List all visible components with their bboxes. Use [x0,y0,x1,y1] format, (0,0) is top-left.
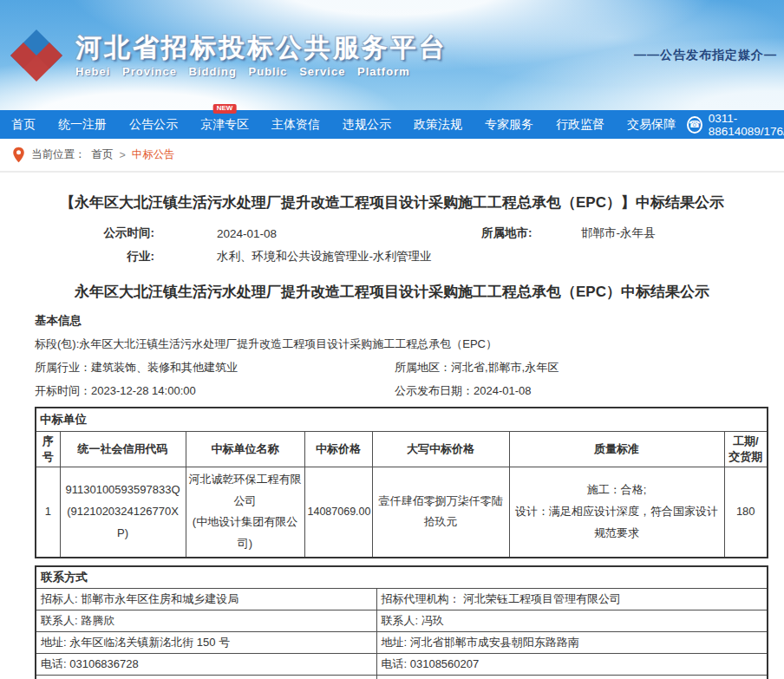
region-value: 邯郸市-永年县 [546,225,784,241]
phone-icon: ☎ [687,116,702,134]
basic-publish-date: 公示发布日期：2024-01-08 [395,383,784,399]
cell-name: 河北诚乾环保工程有限公司 (中地设计集团有限公司) [186,467,304,558]
publish-time-label: 公示时间: [35,225,154,241]
cell-price-caps: 壹仟肆佰零捌万柒仟零陆拾玖元 [372,467,509,558]
brand-text: 河北省招标投标公共服务平台 Hebei Province Bidding Pub… [75,33,448,78]
basic-industry: 所属行业：建筑装饰、装修和其他建筑业 [35,360,395,375]
breadcrumb-label: 当前位置： [31,147,86,162]
hotline-number: 0311-88614089/176/169 [709,112,784,138]
tenderer-email: 电子邮箱: / [36,675,376,679]
tenderer-contact: 联系人: 路腾欣 [36,610,376,631]
breadcrumb-current[interactable]: 中标公告 [132,147,175,162]
col-header-credit-code: 统一社会信用代码 [60,432,186,467]
agency-contact: 联系人: 冯玖 [376,610,768,631]
notice-title: 【永年区大北汪镇生活污水处理厂提升改造工程项目设计采购施工工程总承包（EPC）】… [26,193,758,212]
winner-table: 中标单位 序号 统一社会信用代码 中标单位名称 中标价格 大写中标价格 质量标准… [35,407,768,558]
basic-info-heading: 基本信息 [35,313,784,329]
nav-item-policies[interactable]: 政策法规 [402,117,474,133]
nav-item-register[interactable]: 统一注册 [47,117,118,133]
nav-item-jingjin-zone[interactable]: 京津专区NEW [189,117,260,133]
cell-quality: 施工：合格; 设计：满足相应设计深度，符合国家设计规范要求 [509,467,724,558]
contact-row-tenderer: 招标人: 邯郸市永年区住房和城乡建设局 招标代理机构： 河北荣钰工程项目管理有限… [36,588,768,610]
new-badge: NEW [213,104,237,114]
banner-slogan: ——公告发布指定媒介— [634,48,777,63]
contact-section-title: 联系方式 [36,566,768,589]
agency-address: 地址: 河北省邯郸市成安县朝阳东路路南 [376,631,768,653]
tenderer-phone: 电话: 03106836728 [36,653,376,675]
cell-credit-code: 91130100593597833Q (9121020324126770XP) [60,467,186,558]
cell-no: 1 [36,467,60,558]
industry-value: 水利、环境和公共设施管理业-水利管理业 [154,249,784,264]
col-header-price: 中标价格 [304,432,372,467]
agency: 招标代理机构： 河北荣钰工程项目管理有限公司 [376,588,768,610]
region-label: 所属地市: [442,225,546,241]
industry-label: 行业: [35,249,154,264]
winner-section-row: 中标单位 [36,408,768,432]
agency-phone: 电话: 03108560207 [376,653,768,675]
main-nav: 首页 统一注册 公告公示 京津专区NEW 主体资信 违规公示 政策法规 专家服务… [0,110,784,139]
winner-data-row: 1 91130100593597833Q (9121020324126770XP… [36,467,768,558]
breadcrumb-home-link[interactable]: 首页 [92,147,114,162]
tenderer: 招标人: 邯郸市永年区住房和城乡建设局 [36,588,376,610]
section-package: 标段(包):永年区大北汪镇生活污水处理厂提升改造工程项目设计采购施工工程总承包（… [35,336,784,352]
header-banner: 河北省招标投标公共服务平台 Hebei Province Bidding Pub… [0,0,784,110]
platform-logo-icon [9,28,64,83]
breadcrumb-separator: > [120,149,126,161]
hotline: ☎ 0311-88614089/176/169 [687,112,784,138]
nav-item-subject-credit[interactable]: 主体资信 [260,117,331,133]
cell-duration: 180 [724,467,768,558]
col-header-name: 中标单位名称 [186,432,304,467]
contact-row-address: 地址: 永年区临洺关镇新洺北街 150 号 地址: 河北省邯郸市成安县朝阳东路路… [36,631,768,653]
contact-row-email: 电子邮箱: / 电子邮箱: / [36,675,768,679]
col-header-price-caps: 大写中标价格 [372,432,509,467]
site-subtitle: Hebei Province Bidding Public Service Pl… [75,65,448,78]
nav-item-expert-services[interactable]: 专家服务 [474,117,545,133]
contact-row-person: 联系人: 路腾欣 联系人: 冯玖 [36,610,768,631]
basic-open-time: 开标时间：2023-12-28 14:00:00 [35,383,395,399]
nav-item-admin-supervision[interactable]: 行政监督 [545,117,616,133]
nav-item-home[interactable]: 首页 [0,117,47,133]
tenderer-address: 地址: 永年区临洺关镇新洺北街 150 号 [36,631,376,653]
col-header-no: 序号 [36,432,60,467]
contact-row-phone: 电话: 03106836728 电话: 03108560207 [36,653,768,675]
notice-content: 【永年区大北汪镇生活污水处理厂提升改造工程项目设计采购施工工程总承包（EPC）】… [0,193,784,679]
winner-header-row: 序号 统一社会信用代码 中标单位名称 中标价格 大写中标价格 质量标准 工期/交… [36,432,768,467]
basic-info-grid: 所属行业：建筑装饰、装修和其他建筑业 所属地区：河北省,邯郸市,永年区 开标时间… [35,360,784,399]
nav-item-violations[interactable]: 违规公示 [331,117,402,133]
site-title: 河北省招标投标公共服务平台 [75,33,448,62]
brand: 河北省招标投标公共服务平台 Hebei Province Bidding Pub… [0,28,448,83]
winner-section-title: 中标单位 [36,408,768,432]
cell-price: 14087069.00 [304,467,372,558]
nav-item-announcements[interactable]: 公告公示 [118,117,189,133]
col-header-duration: 工期/交货期 [724,432,768,467]
breadcrumb: 当前位置： 首页 > 中标公告 [0,139,784,173]
publish-time-value: 2024-01-08 [154,227,442,240]
contact-section-row: 联系方式 [36,566,768,589]
basic-area: 所属地区：河北省,邯郸市,永年区 [395,360,784,375]
nav-item-trade-guarantee[interactable]: 交易保障 [616,117,687,133]
notice-meta: 公示时间: 2024-01-08 所属地市: 邯郸市-永年县 行业: 水利、环境… [35,225,784,264]
result-title: 永年区大北汪镇生活污水处理厂提升改造工程项目设计采购施工工程总承包（EPC）中标… [35,282,749,302]
contact-table: 联系方式 招标人: 邯郸市永年区住房和城乡建设局 招标代理机构： 河北荣钰工程项… [35,565,768,679]
col-header-quality: 质量标准 [509,432,724,467]
agency-email: 电子邮箱: / [376,675,768,679]
location-pin-icon [12,147,25,163]
